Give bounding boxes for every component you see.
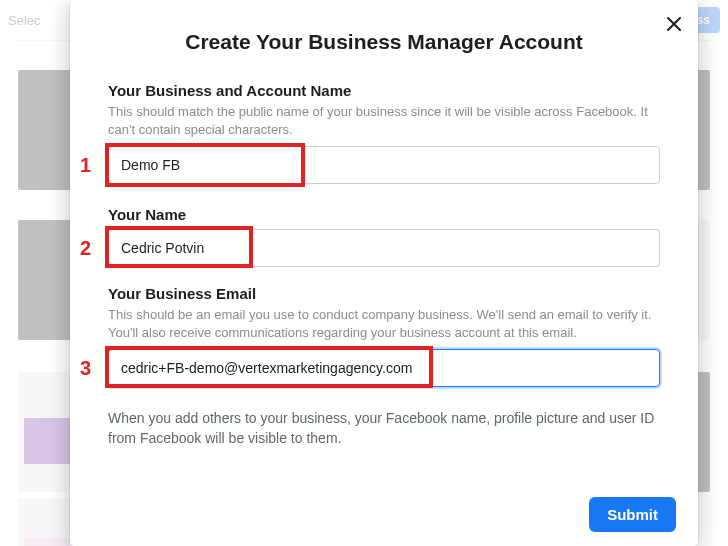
footer-note: When you add others to your business, yo…: [108, 409, 660, 448]
close-icon[interactable]: [660, 10, 688, 38]
business-email-help: This should be an email you use to condu…: [108, 306, 660, 341]
create-business-modal: Create Your Business Manager Account You…: [70, 0, 698, 546]
submit-button[interactable]: Submit: [589, 497, 676, 532]
your-name-label: Your Name: [108, 206, 660, 223]
business-name-input[interactable]: [108, 146, 660, 184]
annotation-number-2: 2: [80, 237, 91, 260]
business-name-help: This should match the public name of you…: [108, 103, 660, 138]
business-name-label: Your Business and Account Name: [108, 82, 660, 99]
modal-title: Create Your Business Manager Account: [108, 30, 660, 54]
annotation-number-3: 3: [80, 357, 91, 380]
business-email-input[interactable]: [108, 349, 660, 387]
business-email-label: Your Business Email: [108, 285, 660, 302]
your-name-input[interactable]: [108, 229, 660, 267]
annotation-number-1: 1: [80, 154, 91, 177]
